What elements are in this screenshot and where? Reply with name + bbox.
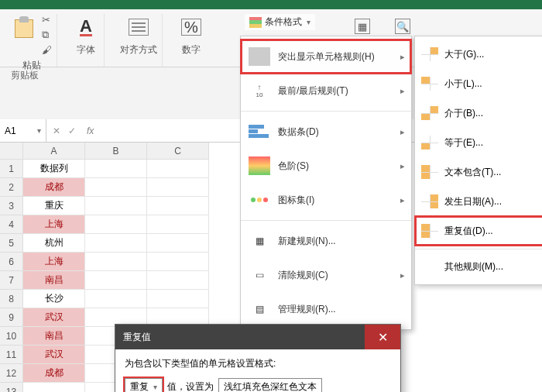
highlight-cells-icon [249,47,270,66]
cell[interactable] [85,234,147,253]
cell[interactable] [23,383,85,392]
cell[interactable]: 成都 [23,364,85,383]
chevron-down-icon: ▾ [153,383,157,391]
menu-clear-rules[interactable]: ▭ 清除规则(C) ▸ [241,258,411,292]
column-header[interactable]: B [85,143,147,160]
cut-icon[interactable]: ✂ [42,14,52,26]
row-header[interactable]: 4 [0,215,23,234]
menu-color-scales[interactable]: 色阶(S) ▸ [241,149,411,183]
dialog-titlebar[interactable]: 重复值 ✕ [115,325,400,349]
clipboard-tools[interactable]: ✂ ⧉ 🖌 [42,14,52,56]
cell[interactable]: 数据列 [23,160,85,178]
paste-button[interactable] [11,14,37,40]
submenu-item-label: 其他规则(M)... [444,260,503,273]
align-section-label: 对齐方式 [120,43,157,57]
align-button[interactable] [125,14,152,40]
format-select[interactable]: 浅红填充色深红色文本 [218,378,322,392]
cell[interactable] [147,253,209,271]
submenu-duplicate-values[interactable]: 重复值(D)... [415,216,542,246]
column-header[interactable]: A [23,143,85,160]
equal-to-icon [421,136,438,150]
submenu-greater-than[interactable]: 大于(G)... [415,40,542,69]
cell[interactable]: 武汉 [23,308,85,327]
cell[interactable]: 南昌 [23,271,85,290]
number-format-button[interactable]: % [178,14,204,40]
conditional-format-label: 条件格式 [265,15,302,29]
submenu-text-contains[interactable]: 文本包含(T)... [415,157,542,187]
menu-data-bars[interactable]: 数据条(D) ▸ [241,115,411,149]
cell[interactable]: 南昌 [23,327,85,346]
name-box[interactable]: A1 ▾ [0,119,46,142]
cell[interactable]: 重庆 [23,197,85,215]
cell[interactable] [147,234,209,253]
row-header[interactable]: 5 [0,234,23,253]
row-header[interactable]: 8 [0,290,23,308]
cell[interactable] [85,271,147,290]
row-header[interactable]: 9 [0,308,23,327]
number-group: % 数字 [173,14,209,67]
row-header[interactable]: 1 [0,160,23,178]
submenu-more-rules[interactable]: 其他规则(M)... [415,253,542,281]
chevron-down-icon: ▾ [307,18,310,26]
cell[interactable] [85,178,147,197]
cell[interactable] [147,290,209,308]
cell[interactable] [85,197,147,215]
cell[interactable] [85,215,147,234]
conditional-format-button[interactable]: 条件格式 ▾ [245,14,315,30]
cell[interactable] [85,160,147,178]
cell[interactable] [147,178,209,197]
cell[interactable]: 武汉 [23,346,85,364]
font-section-label: 字体 [77,43,95,57]
row-header[interactable]: 11 [0,346,23,364]
cancel-icon[interactable]: ✕ [53,126,60,136]
cell[interactable]: 杭州 [23,234,85,253]
close-button[interactable]: ✕ [365,325,400,349]
cell[interactable]: 成都 [23,178,85,197]
column-headers[interactable]: ABC [23,143,209,160]
format-painter-icon[interactable]: 🖌 [42,44,52,56]
duplicate-values-icon [421,224,438,238]
menu-highlight-cells[interactable]: 突出显示单元格规则(H) ▸ [241,40,411,74]
menu-top-bottom[interactable]: ↑10 最前/最后规则(T) ▸ [241,74,411,108]
find-icon[interactable]: 🔍 [395,19,410,34]
row-header[interactable]: 2 [0,178,23,197]
row-header[interactable]: 10 [0,327,23,346]
table-styles-icon[interactable]: ▦ [355,19,370,34]
cell[interactable] [85,290,147,308]
submenu-between[interactable]: 介于(B)... [415,98,542,128]
confirm-icon[interactable]: ✓ [68,126,76,136]
duplicate-type-select[interactable]: 重复 ▾ [125,378,163,392]
copy-icon[interactable]: ⧉ [42,29,52,41]
cell[interactable] [147,160,209,178]
cell[interactable]: 上海 [23,215,85,234]
row-header[interactable]: 12 [0,364,23,383]
select-value: 浅红填充色深红色文本 [224,380,317,392]
select-all-corner[interactable] [0,143,23,160]
cell[interactable] [85,253,147,271]
row-headers[interactable]: 12345678910111213 [0,160,23,392]
row-header[interactable]: 6 [0,253,23,271]
row-header[interactable]: 13 [0,383,23,392]
cell[interactable]: 长沙 [23,290,85,308]
cell[interactable] [147,215,209,234]
menu-new-rule[interactable]: ▦ 新建规则(N)... [241,224,411,258]
row-header[interactable]: 7 [0,271,23,290]
submenu-arrow-icon: ▸ [400,127,405,137]
row-header[interactable]: 3 [0,197,23,215]
submenu-equal-to[interactable]: 等于(E)... [415,128,542,157]
submenu-item-label: 介于(B)... [444,107,483,120]
text-contains-icon [421,165,438,179]
menu-item-label: 数据条(D) [278,126,319,139]
menu-icon-sets[interactable]: 图标集(I) ▸ [241,183,411,217]
cell[interactable]: 上海 [23,253,85,271]
font-color-button[interactable]: A [73,14,99,40]
cell[interactable] [147,197,209,215]
menu-manage-rules[interactable]: ▤ 管理规则(R)... [241,292,411,326]
column-header[interactable]: C [147,143,209,160]
submenu-less-than[interactable]: 小于(L)... [415,69,542,98]
fx-label[interactable]: fx [82,126,98,136]
cell[interactable] [147,271,209,290]
name-box-value: A1 [5,126,16,136]
submenu-date-occurring[interactable]: 发生日期(A)... [415,187,542,216]
dialog-instruction: 为包含以下类型值的单元格设置格式: [125,357,391,370]
